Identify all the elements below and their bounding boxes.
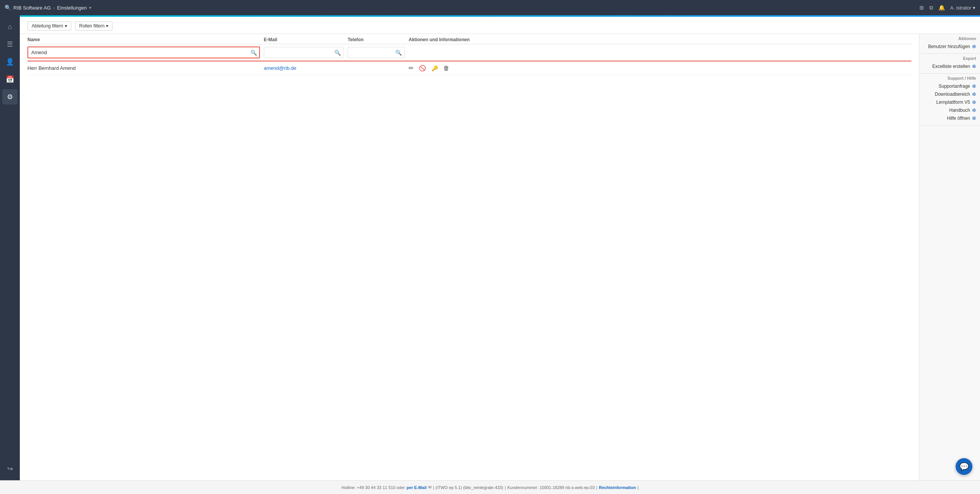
export-title: Export [923, 56, 976, 62]
lernplattform-icon: ⊕ [972, 99, 976, 105]
footer-pipe3: | [596, 485, 597, 490]
aktionen-section: Aktionen Benutzer hinzufügen ⊕ [919, 34, 980, 54]
rollen-filter-button[interactable]: Rollen filtern ▾ [75, 21, 113, 31]
col-header-email: E-Mail [264, 37, 348, 42]
email-search-input[interactable] [264, 47, 344, 58]
breadcrumb-separator: › [53, 5, 55, 11]
col-header-name: Name [27, 37, 264, 42]
chevron-down-icon[interactable]: ▾ [89, 5, 91, 10]
col-header-actions: Aktionen und Informationen [409, 37, 911, 42]
phone-search-icon[interactable]: 🔍 [395, 50, 402, 56]
edit-icon[interactable]: ✏ [409, 64, 414, 72]
row-name: Herr Bernhard Amend [27, 65, 264, 71]
supportanfrage-icon: ⊕ [972, 83, 976, 89]
footer-pipe4: | [637, 485, 638, 490]
support-title: Support / Hilfe [923, 76, 976, 82]
footer-pipe2: | [505, 485, 506, 490]
hilfe-oeffnen-icon: ⊕ [972, 115, 976, 121]
filter-bar: Abteilung filtern ▾ Rollen filtern ▾ [20, 17, 980, 34]
excelliste-erstellen-item[interactable]: Excelliste erstellen ⊕ [923, 62, 976, 70]
table-row: Herr Bernhard Amend amend@rib.de ✏ 🚫 🔑 🗑 [27, 61, 911, 75]
supportanfrage-item[interactable]: Supportanfrage ⊕ [923, 82, 976, 90]
sidebar-item-settings[interactable]: ⚙ [2, 89, 18, 105]
excel-icon: ⊕ [972, 63, 976, 69]
bell-icon[interactable]: 🔔 [938, 5, 945, 11]
excelliste-erstellen-label: Excelliste erstellen [932, 64, 970, 69]
sidebar-item-signout[interactable]: ↪ [2, 461, 18, 476]
sidebar: ⌂ ☰ 👤 📅 ⚙ ↪ [0, 15, 20, 480]
downloadbereich-label: Downloadbereich [935, 92, 970, 97]
handbuch-label: Handbuch [949, 108, 970, 113]
name-search-icon[interactable]: 🔍 [250, 50, 257, 56]
hilfe-oeffnen-item[interactable]: Hilfe öffnen ⊕ [923, 114, 976, 122]
chat-icon: 💬 [959, 462, 969, 471]
page-title: Einstellungen [57, 5, 87, 11]
abteilung-filter-button[interactable]: Abteilung filtern ▾ [27, 21, 71, 31]
rollen-chevron-icon: ▾ [106, 23, 108, 29]
right-panel: Aktionen Benutzer hinzufügen ⊕ Export Ex… [919, 34, 980, 480]
user-menu[interactable]: A. istrator ▾ [950, 5, 975, 11]
handbuch-icon: ⊕ [972, 107, 976, 113]
delete-icon[interactable]: 🗑 [443, 65, 449, 72]
email-link[interactable]: per E-Mail [406, 485, 427, 490]
circle-plus-icon: ⊕ [972, 43, 976, 49]
email-search-wrap: 🔍 [264, 47, 348, 58]
benutzer-hinzufuegen-item[interactable]: Benutzer hinzufügen ⊕ [923, 42, 976, 50]
aktionen-title: Aktionen [923, 36, 976, 42]
name-search-input[interactable] [27, 47, 260, 58]
company-name: RIB Software AG [13, 5, 51, 11]
footer-pipe1: | [433, 485, 434, 490]
supportanfrage-label: Supportanfrage [938, 84, 970, 89]
abteilung-chevron-icon: ▾ [65, 23, 67, 29]
lernplattform-label: Lernplattform V5 [936, 100, 970, 105]
rechts-link[interactable]: Rechteinformation [599, 485, 636, 490]
downloadbereich-icon: ⊕ [972, 91, 976, 97]
downloadbereich-item[interactable]: Downloadbereich ⊕ [923, 90, 976, 98]
grid-icon[interactable]: ⊞ [919, 5, 924, 11]
phone-search-wrap: 🔍 [348, 47, 409, 58]
hilfe-oeffnen-label: Hilfe öffnen [947, 116, 970, 121]
row-actions: ✏ 🚫 🔑 🗑 [409, 64, 911, 72]
sidebar-item-menu[interactable]: ☰ [2, 37, 18, 52]
version-text: (iTWO ep 5.1) (bitv_reintegrate-433) [436, 485, 503, 490]
mail-icon: ✉ [428, 485, 431, 490]
handbuch-item[interactable]: Handbuch ⊕ [923, 106, 976, 114]
search-row: 🔍 🔍 🔍 [27, 44, 911, 61]
support-section: Support / Hilfe Supportanfrage ⊕ Downloa… [919, 74, 980, 126]
abteilung-filter-label: Abteilung filtern [32, 23, 63, 29]
hotline-text: Hotline: +49 30 44 33 11 510 oder [342, 485, 405, 490]
hide-icon[interactable]: 🚫 [419, 65, 426, 72]
table-area: Name E-Mail Telefon Aktionen und Informa… [20, 34, 919, 480]
copy-icon[interactable]: ⧉ [929, 5, 933, 11]
sidebar-item-home[interactable]: ⌂ [2, 19, 18, 34]
name-search-wrap: 🔍 [27, 47, 264, 58]
key-icon[interactable]: 🔑 [431, 65, 438, 71]
export-section: Export Excelliste erstellen ⊕ [919, 54, 980, 74]
table-headers: Name E-Mail Telefon Aktionen und Informa… [27, 34, 911, 44]
sidebar-item-calendar[interactable]: 📅 [2, 72, 18, 87]
search-icon-top[interactable]: 🔍 [5, 5, 11, 11]
benutzer-hinzufuegen-label: Benutzer hinzufügen [928, 44, 970, 49]
email-search-icon[interactable]: 🔍 [334, 50, 341, 56]
lernplattform-item[interactable]: Lernplattform V5 ⊕ [923, 98, 976, 106]
sidebar-item-user[interactable]: 👤 [2, 54, 18, 69]
row-email[interactable]: amend@rib.de [264, 65, 348, 71]
kunden-text: Kundennummer: 10001-18289 rib-s-web-ep-0… [507, 485, 595, 490]
rollen-filter-label: Rollen filtern [79, 23, 105, 29]
footer: Hotline: +49 30 44 33 11 510 oder per E-… [0, 480, 980, 494]
col-header-phone: Telefon [348, 37, 409, 42]
chat-fab-button[interactable]: 💬 [956, 458, 972, 475]
